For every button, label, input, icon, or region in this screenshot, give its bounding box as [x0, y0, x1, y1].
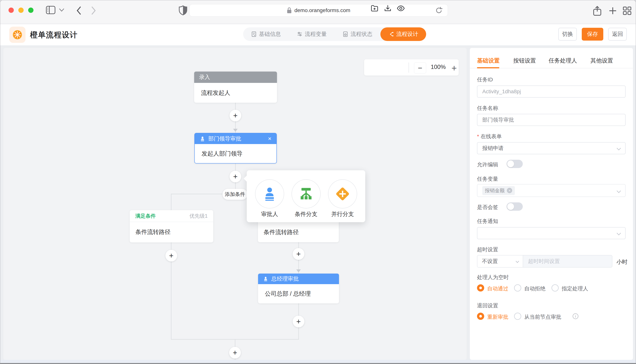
traffic-minimize-button[interactable] [18, 8, 24, 13]
open-file-icon[interactable] [370, 4, 379, 12]
back-to-list-button[interactable]: 返回 [608, 28, 627, 40]
tab-label: 流程状态 [350, 30, 372, 38]
plus-icon: + [296, 318, 301, 325]
radio-from-current-node[interactable] [514, 313, 521, 320]
add-node-button[interactable]: + [293, 316, 304, 327]
tab-task-handler[interactable]: 任务处理人 [549, 57, 577, 64]
traffic-close-button[interactable] [9, 8, 14, 13]
download-icon[interactable] [384, 4, 392, 12]
countersign-toggle[interactable] [507, 202, 523, 211]
radio-re-approve[interactable] [477, 313, 484, 320]
add-condition-tip[interactable]: 添加条件 [223, 189, 248, 200]
timeout-placeholder: 超时时间设置 [528, 258, 560, 265]
sliders-icon [297, 31, 303, 37]
parallel-branch-icon [334, 185, 351, 202]
chevron-down-icon [617, 146, 621, 150]
condition-path-label: 条件流转路径 [264, 228, 299, 236]
address-bar[interactable]: demo.orangeforms.com [189, 4, 448, 16]
radio-auto-approve[interactable] [477, 284, 484, 292]
sidebar-toggle-icon[interactable] [46, 6, 55, 14]
task-variable-label: 任务变量 [477, 176, 498, 182]
plus-icon: + [296, 250, 301, 258]
add-node-button[interactable]: + [293, 248, 304, 260]
tab-process-status[interactable]: 流程状态 [335, 28, 380, 41]
tab-basic-info[interactable]: 基础信息 [243, 28, 289, 41]
forward-button[interactable] [91, 6, 97, 15]
popup-conditional-branch-label: 条件分支 [292, 210, 321, 218]
condition-state-label: 满足条件 [135, 212, 156, 220]
task-id-label: 任务ID [477, 76, 493, 83]
app-logo [9, 26, 26, 43]
tab-button-settings[interactable]: 按钮设置 [513, 57, 536, 64]
popup-approver-button[interactable] [255, 179, 284, 208]
privacy-shield-icon[interactable] [179, 6, 187, 15]
connector-line [171, 194, 171, 210]
node-dept-approval-header: 部门领导审批 × [195, 133, 276, 144]
timeout-mode-select[interactable]: 不设置 [477, 256, 523, 267]
zoom-in-button[interactable]: + [449, 62, 459, 74]
preview-eye-icon[interactable] [396, 4, 405, 12]
popup-conditional-branch-button[interactable] [292, 179, 321, 208]
back-button[interactable] [75, 6, 82, 15]
radio-from-current-node-label[interactable]: 从当前节点审批 [524, 314, 561, 320]
allow-edit-toggle[interactable] [507, 160, 523, 168]
task-id-input[interactable]: Activity_1dha8pj [477, 86, 625, 98]
tab-process-design[interactable]: 流程设计 [380, 28, 426, 41]
tab-other-settings[interactable]: 其他设置 [590, 57, 613, 64]
tab-overview-icon[interactable] [622, 6, 632, 15]
task-variable-select[interactable]: 报销金额 × [477, 184, 625, 197]
traffic-zoom-button[interactable] [28, 8, 34, 13]
add-node-button[interactable]: + [229, 347, 241, 358]
node-dept-approval[interactable]: 部门领导审批 × 发起人部门领导 [194, 133, 277, 164]
node-gm-approval-header: 总经理审批 [258, 274, 339, 284]
timeout-unit: 小时 [616, 258, 627, 266]
browser-window: demo.orangeforms.com 橙单流程设计 基础信息 [0, 0, 636, 364]
online-form-select[interactable]: 报销申请 [477, 142, 625, 154]
radio-assign-handler-label[interactable]: 指定处理人 [562, 285, 588, 292]
popup-parallel-branch-button[interactable] [328, 179, 357, 208]
share-icon[interactable] [593, 6, 602, 16]
app-header: 橙单流程设计 基础信息 流程变量 流程状态 流程设计 切换 保存 返回 [0, 24, 636, 46]
info-icon[interactable]: i [573, 314, 578, 319]
page-title: 橙单流程设计 [30, 24, 78, 46]
tab-basic-settings[interactable]: 基础设置 [477, 57, 500, 64]
radio-auto-reject[interactable] [514, 284, 521, 292]
reload-icon[interactable] [436, 6, 443, 14]
node-start-body: 流程发起人 [194, 83, 277, 103]
add-node-button[interactable]: + [230, 171, 241, 182]
tag-remove-icon[interactable]: × [507, 188, 512, 193]
node-start[interactable]: 录入 流程发起人 [194, 72, 277, 103]
node-condition-left[interactable]: 满足条件 优先级1 条件流转路径 [130, 210, 213, 242]
zoom-out-button[interactable]: − [414, 62, 426, 74]
return-setting-label: 退回设置 [477, 302, 498, 309]
node-close-icon[interactable]: × [268, 135, 272, 142]
node-gm-approval[interactable]: 总经理审批 公司总部 / 总经理 [258, 274, 339, 304]
active-tab-underline [477, 67, 499, 68]
radio-re-approve-label[interactable]: 重新审批 [487, 314, 508, 320]
add-node-button[interactable]: + [230, 110, 241, 122]
switch-button[interactable]: 切换 [558, 28, 577, 40]
save-button[interactable]: 保存 [582, 28, 603, 40]
timeout-label: 超时设置 [477, 246, 498, 253]
node-assignee: 流程发起人 [201, 89, 230, 97]
arrow-down-icon [296, 270, 301, 272]
timeout-value-input[interactable]: 超时时间设置 [523, 256, 612, 267]
node-dept-approval-body: 发起人部门领导 [195, 144, 276, 163]
new-tab-icon[interactable] [608, 6, 617, 15]
sidebar-chevron-icon[interactable] [59, 8, 64, 12]
add-node-button[interactable]: + [165, 250, 177, 262]
minus-icon: − [418, 64, 422, 72]
condition-path-label: 条件流转路径 [135, 228, 170, 236]
tab-process-variables[interactable]: 流程变量 [289, 28, 335, 41]
bottom-strip [0, 360, 636, 363]
lock-icon [287, 7, 292, 14]
task-name-input[interactable]: 部门领导审批 [477, 114, 625, 126]
node-assignee: 公司总部 / 总经理 [265, 290, 311, 298]
toggle-knob [507, 203, 514, 210]
radio-auto-approve-label[interactable]: 自动通过 [487, 285, 508, 292]
radio-assign-handler[interactable] [551, 284, 559, 292]
plus-icon: + [233, 349, 237, 356]
radio-auto-reject-label[interactable]: 自动拒绝 [524, 285, 545, 292]
task-notify-select[interactable] [477, 227, 625, 239]
task-notify-label: 任务通知 [477, 218, 498, 225]
